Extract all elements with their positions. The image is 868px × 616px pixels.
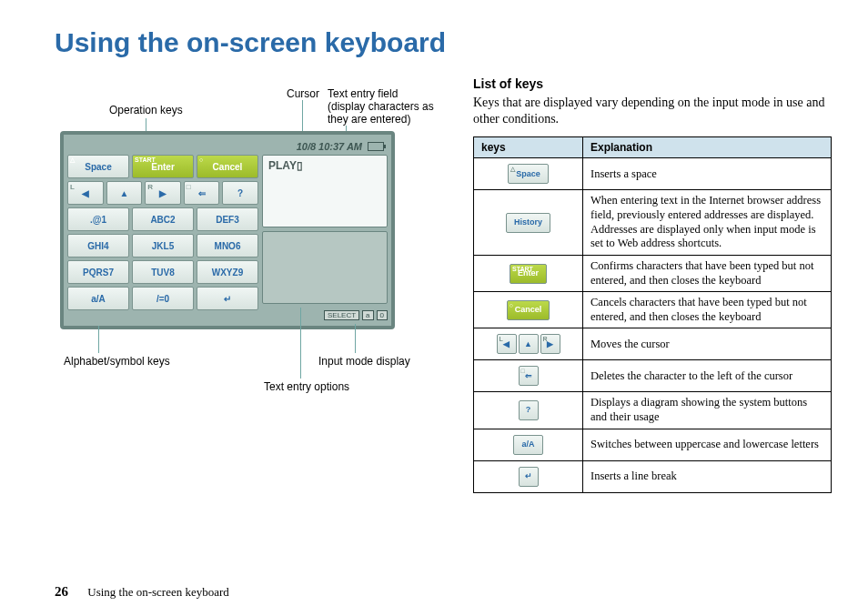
key-icon-cell: History bbox=[474, 190, 583, 256]
table-row: ◀L▲▶RMoves the cursor bbox=[474, 328, 832, 360]
th-keys: keys bbox=[474, 137, 583, 158]
left-column: Operation keys Cursor Text entry field (… bbox=[55, 76, 446, 493]
callout-text-entry-options: Text entry options bbox=[264, 380, 349, 393]
key-icon-cell: STARTEnter bbox=[474, 255, 583, 291]
mode-chip-a: a bbox=[362, 310, 373, 320]
mode-chip-select: SELECT bbox=[324, 310, 359, 320]
callout-cursor: Cursor bbox=[287, 87, 319, 100]
key-icon: ? bbox=[519, 400, 539, 420]
th-explanation: Explanation bbox=[583, 137, 832, 158]
table-row: STARTEnterConfirms characters that have … bbox=[474, 255, 832, 291]
key-enter[interactable]: STARTEnter bbox=[132, 155, 194, 178]
key-4[interactable]: GHI4 bbox=[67, 234, 129, 258]
key-5[interactable]: JKL5 bbox=[132, 234, 194, 258]
battery-icon bbox=[368, 142, 384, 151]
key-return[interactable]: ↵ bbox=[197, 287, 258, 310]
callout-text-entry-field: Text entry field bbox=[328, 87, 398, 100]
page-footer: 26 Using the on-screen keyboard bbox=[55, 584, 229, 600]
status-time: 10/8 10:37 AM bbox=[297, 141, 362, 152]
key-help[interactable]: ? bbox=[222, 181, 258, 205]
callout-operation-keys: Operation keys bbox=[109, 104, 183, 116]
intro-text: Keys that are displayed vary depending o… bbox=[473, 95, 832, 127]
callout-input-mode: Input mode display bbox=[318, 355, 410, 368]
list-of-keys-heading: List of keys bbox=[473, 76, 832, 91]
footer-title: Using the on-screen keyboard bbox=[87, 585, 229, 599]
text-entry-field[interactable]: PLAY▯ bbox=[262, 155, 388, 227]
status-bar: 10/8 10:37 AM bbox=[67, 138, 388, 155]
table-row: △SpaceInserts a space bbox=[474, 158, 832, 190]
key-icon: ↵ bbox=[519, 467, 539, 487]
explanation-cell: Inserts a space bbox=[583, 158, 832, 190]
table-row: HistoryWhen entering text in the Interne… bbox=[474, 190, 832, 256]
key-icon: a/A bbox=[513, 435, 542, 455]
table-row: ?Displays a diagram showing the system b… bbox=[474, 392, 832, 429]
callout-alpha-symbol: Alphabet/symbol keys bbox=[64, 355, 170, 368]
explanation-cell: Deletes the character to the left of the… bbox=[583, 360, 832, 392]
explanation-cell: Moves the cursor bbox=[583, 328, 832, 360]
key-icon-cell: □⇐ bbox=[474, 360, 583, 392]
explanation-cell: Cancels characters that have been typed … bbox=[583, 292, 832, 328]
key-space[interactable]: △Space bbox=[67, 155, 129, 178]
explanation-cell: Confirms characters that have been typed… bbox=[583, 255, 832, 291]
explanation-cell: Displays a diagram showing the system bu… bbox=[583, 392, 832, 429]
key-right[interactable]: R▶ bbox=[145, 181, 181, 205]
table-row: □⇐Deletes the character to the left of t… bbox=[474, 360, 832, 392]
page-number: 26 bbox=[55, 584, 68, 599]
keys-table: keys Explanation △SpaceInserts a spaceHi… bbox=[473, 136, 832, 492]
key-icon-cell: ◀L▲▶R bbox=[474, 328, 583, 360]
key-backspace[interactable]: □⇐ bbox=[184, 181, 220, 205]
callout-text-entry-field-sub: (display characters as they are entered) bbox=[328, 100, 455, 126]
table-row: ○CancelCancels characters that have been… bbox=[474, 292, 832, 328]
arrow-key-icon: ◀L bbox=[497, 334, 517, 354]
device-frame: 10/8 10:37 AM △Space STARTEnter ○Cancel … bbox=[60, 131, 395, 329]
key-icon: History bbox=[506, 213, 550, 233]
key-6[interactable]: MNO6 bbox=[197, 234, 258, 258]
key-0[interactable]: /=0 bbox=[132, 287, 194, 310]
explanation-cell: Inserts a line break bbox=[583, 460, 832, 492]
key-9[interactable]: WXYZ9 bbox=[197, 260, 258, 284]
table-row: ↵Inserts a line break bbox=[474, 460, 832, 492]
key-icon-cell: a/A bbox=[474, 429, 583, 460]
key-cancel[interactable]: ○Cancel bbox=[197, 155, 258, 178]
entered-text: PLAY bbox=[268, 159, 297, 172]
cursor-icon: ▯ bbox=[297, 159, 303, 172]
key-icon: STARTEnter bbox=[510, 264, 547, 284]
key-8[interactable]: TUV8 bbox=[132, 260, 194, 284]
key-icon-cell: ? bbox=[474, 392, 583, 429]
key-3[interactable]: DEF3 bbox=[197, 207, 258, 231]
key-case[interactable]: a/A bbox=[67, 287, 129, 310]
table-row: a/ASwitches between uppercase and lowerc… bbox=[474, 429, 832, 460]
key-up[interactable]: ▲ bbox=[106, 181, 143, 205]
page-title: Using the on-screen keyboard bbox=[55, 27, 832, 58]
key-1[interactable]: .@1 bbox=[67, 207, 129, 231]
key-icon-cell: △Space bbox=[474, 158, 583, 190]
right-column: List of keys Keys that are displayed var… bbox=[473, 76, 832, 493]
keypad: △Space STARTEnter ○Cancel L◀ ▲ R▶ □⇐ ? .… bbox=[67, 155, 258, 322]
key-icon: △Space bbox=[508, 164, 549, 184]
key-7[interactable]: PQRS7 bbox=[67, 260, 129, 284]
input-mode-display: SELECT a 0 bbox=[262, 308, 388, 322]
key-icon-cell: ○Cancel bbox=[474, 292, 583, 328]
key-icon-cell: ↵ bbox=[474, 460, 583, 492]
mode-chip-0: 0 bbox=[377, 310, 388, 320]
key-2[interactable]: ABC2 bbox=[132, 207, 194, 231]
key-icon: □⇐ bbox=[519, 366, 539, 386]
key-left[interactable]: L◀ bbox=[67, 181, 104, 205]
explanation-cell: Switches between uppercase and lowercase… bbox=[583, 429, 832, 460]
arrow-key-icon: ▶R bbox=[540, 334, 560, 354]
text-entry-options-area[interactable] bbox=[262, 231, 388, 304]
explanation-cell: When entering text in the Internet brows… bbox=[583, 190, 832, 256]
arrow-key-icon: ▲ bbox=[519, 334, 539, 354]
key-icon: ○Cancel bbox=[507, 300, 550, 320]
